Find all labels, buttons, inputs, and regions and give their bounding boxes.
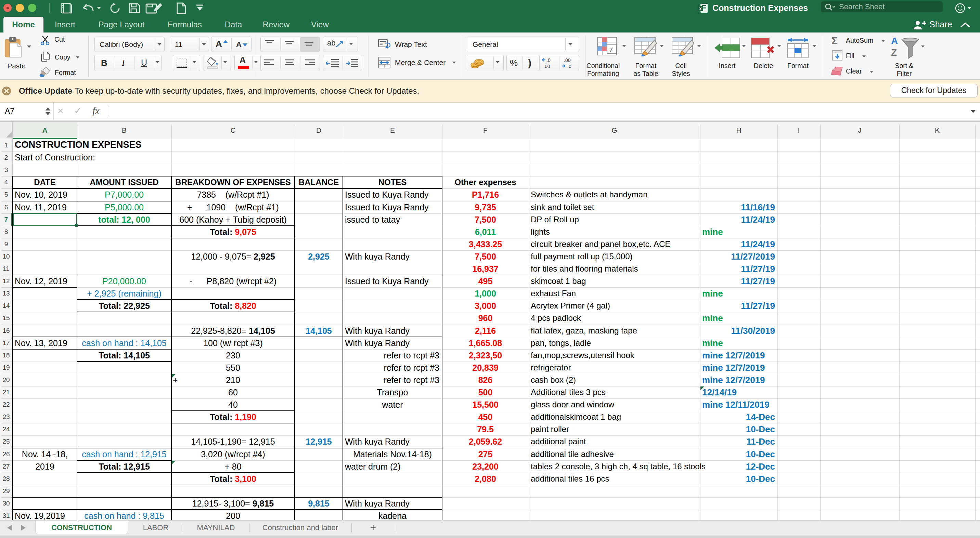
- svg-text:.0: .0: [546, 57, 550, 63]
- svg-text:.0: .0: [567, 63, 571, 69]
- svg-text:x: x: [699, 6, 702, 11]
- svg-text:.00: .00: [543, 63, 550, 69]
- svg-text:.00: .00: [564, 57, 571, 63]
- svg-text:≠: ≠: [609, 46, 613, 54]
